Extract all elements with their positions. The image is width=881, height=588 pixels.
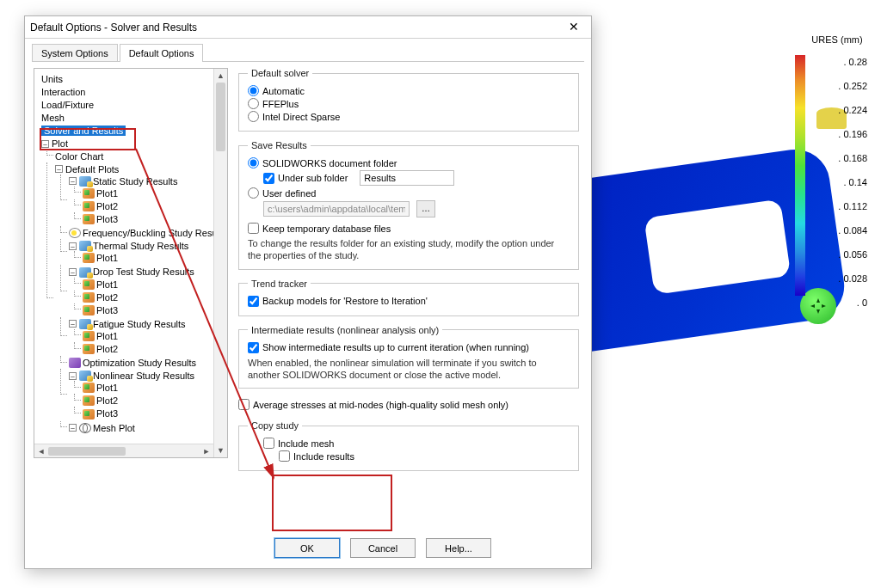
- checkbox-include-mesh[interactable]: Include mesh: [263, 438, 570, 449]
- plot-icon: [83, 344, 95, 354]
- tree-collapse-icon[interactable]: –: [55, 165, 63, 173]
- legend-tick: 0.252: [838, 81, 867, 91]
- study-icon: [79, 319, 91, 329]
- checkbox-keep-temp[interactable]: Keep temporary database files: [248, 223, 570, 234]
- help-button[interactable]: Help...: [426, 538, 491, 558]
- tree-node-color-chart[interactable]: Color Chart: [55, 151, 103, 162]
- tree-node-mesh[interactable]: Mesh: [41, 113, 65, 123]
- tree-node-fatigue[interactable]: Fatigue Study Results: [93, 319, 186, 329]
- checkbox-input[interactable]: [248, 223, 259, 234]
- radio-intel-direct-sparse[interactable]: Intel Direct Sparse: [248, 111, 570, 122]
- tree-node-plot1[interactable]: Plot1: [96, 188, 118, 199]
- close-icon[interactable]: ✕: [562, 19, 586, 36]
- user-path-input: [263, 201, 410, 217]
- radio-input[interactable]: [248, 187, 259, 199]
- tree-collapse-icon[interactable]: –: [69, 424, 77, 432]
- radio-input[interactable]: [248, 157, 259, 168]
- tree-collapse-icon[interactable]: –: [69, 320, 77, 328]
- save-note: To change the results folder for an exis…: [248, 237, 570, 262]
- tree-node-plot3[interactable]: Plot3: [96, 409, 118, 420]
- dialog-title: Default Options - Solver and Results: [30, 21, 562, 34]
- tree-collapse-icon[interactable]: –: [69, 177, 77, 185]
- checkbox-input[interactable]: [279, 450, 290, 462]
- options-tree[interactable]: Units Interaction Load/Fixture Mesh Solv…: [34, 72, 227, 436]
- tree-node-plot1[interactable]: Plot1: [96, 383, 118, 393]
- radio-input[interactable]: [248, 111, 259, 122]
- legend-tick: 0.028: [838, 273, 867, 284]
- tree-node-interaction[interactable]: Interaction: [41, 87, 85, 97]
- study-icon: [79, 241, 91, 251]
- checkbox-under-sub-folder[interactable]: [263, 173, 274, 184]
- checkbox-input[interactable]: [248, 342, 259, 353]
- tree-node-nonlinear[interactable]: Nonlinear Study Results: [93, 371, 194, 381]
- tree-node-load-fixture[interactable]: Load/Fixture: [41, 100, 94, 110]
- tree-node-plot[interactable]: Plot: [52, 139, 68, 150]
- radio-input[interactable]: [248, 85, 259, 96]
- tree-node-plot2[interactable]: Plot2: [96, 344, 118, 354]
- scroll-thumb[interactable]: [216, 83, 225, 151]
- tree-node-default-plots[interactable]: Default Plots: [65, 164, 119, 175]
- dialog-titlebar[interactable]: Default Options - Solver and Results ✕: [25, 16, 591, 39]
- dialog-button-row: OK Cancel Help...: [25, 530, 591, 568]
- tree-vertical-scrollbar[interactable]: ▲ ▼: [213, 69, 227, 457]
- legend-tick: 0.28: [843, 57, 867, 67]
- scroll-up-icon[interactable]: ▲: [214, 69, 227, 83]
- checkbox-backup-models[interactable]: Backup models for 'Restore to Iteration': [248, 296, 570, 307]
- plot-icon: [83, 214, 95, 224]
- radio-ffeplus[interactable]: FFEPlus: [248, 98, 570, 109]
- tree-horizontal-scrollbar[interactable]: ◄ ►: [34, 444, 213, 457]
- tree-collapse-icon[interactable]: –: [69, 268, 77, 276]
- tree-node-plot2[interactable]: Plot2: [96, 292, 118, 303]
- checkbox-input[interactable]: [248, 296, 259, 307]
- tree-node-frequency[interactable]: Frequency/Buckling Study Results: [83, 228, 227, 238]
- tree-node-plot1[interactable]: Plot1: [96, 331, 118, 341]
- study-icon: [79, 371, 91, 381]
- tree-node-optimization[interactable]: Optimization Study Results: [83, 358, 196, 368]
- checkbox-include-results[interactable]: Include results: [279, 450, 570, 462]
- checkbox-input[interactable]: [238, 399, 250, 410]
- study-icon: [79, 176, 91, 187]
- radio-user-defined[interactable]: User defined: [248, 187, 570, 199]
- scroll-right-icon[interactable]: ►: [200, 447, 213, 456]
- tree-collapse-icon[interactable]: –: [41, 140, 49, 148]
- radio-input[interactable]: [248, 98, 259, 109]
- tree-node-plot3[interactable]: Plot3: [96, 305, 118, 315]
- radio-automatic[interactable]: Automatic: [248, 85, 570, 96]
- tree-node-thermal[interactable]: Thermal Study Results: [93, 241, 188, 251]
- group-legend: Copy study: [248, 420, 302, 431]
- checkbox-show-intermediate[interactable]: Show intermediate results up to current …: [248, 342, 570, 353]
- checkbox-average-stresses[interactable]: Average stresses at mid-nodes (high-qual…: [238, 399, 579, 410]
- browse-button[interactable]: …: [416, 200, 435, 217]
- tree-node-solver-results[interactable]: Solver and Results: [41, 126, 126, 136]
- checkbox-input[interactable]: [263, 438, 274, 449]
- scroll-thumb[interactable]: [48, 447, 126, 456]
- tree-node-plot3[interactable]: Plot3: [96, 214, 118, 224]
- settings-pane: Default solver Automatic FFEPlus Intel D…: [238, 68, 582, 530]
- subfolder-input[interactable]: [360, 170, 454, 186]
- tree-node-plot1[interactable]: Plot1: [96, 253, 118, 263]
- legend-tick: 0.224: [838, 105, 867, 115]
- tree-collapse-icon[interactable]: –: [69, 242, 77, 250]
- tree-node-static[interactable]: Static Study Results: [93, 176, 177, 187]
- scroll-down-icon[interactable]: ▼: [214, 444, 227, 457]
- tree-node-drop[interactable]: Drop Test Study Results: [93, 267, 194, 278]
- plot-icon: [83, 395, 95, 406]
- tree-node-plot2[interactable]: Plot2: [96, 395, 118, 406]
- legend-tick: 0.196: [838, 129, 867, 139]
- scroll-left-icon[interactable]: ◄: [34, 447, 48, 456]
- tree-node-plot2[interactable]: Plot2: [96, 201, 118, 211]
- tree-node-mesh-plot[interactable]: Mesh Plot: [93, 423, 135, 433]
- tree-collapse-icon[interactable]: –: [69, 372, 77, 380]
- tab-default-options[interactable]: Default Options: [120, 44, 204, 62]
- ok-button[interactable]: OK: [274, 538, 340, 558]
- tab-system-options[interactable]: System Options: [32, 44, 118, 62]
- tree-node-units[interactable]: Units: [41, 74, 63, 84]
- radio-sw-doc-folder[interactable]: SOLIDWORKS document folder: [248, 157, 570, 168]
- tree-node-plot1[interactable]: Plot1: [96, 279, 118, 290]
- legend-colorbar: [795, 55, 805, 296]
- cancel-button[interactable]: Cancel: [350, 538, 416, 558]
- color-legend: URES (mm) 0.28 0.252 0.224 0.196 0.168 0…: [807, 34, 867, 315]
- group-legend: Trend tracker: [248, 279, 311, 289]
- trend-tracker-group: Trend tracker Backup models for 'Restore…: [238, 279, 579, 316]
- plot-icon: [83, 253, 95, 263]
